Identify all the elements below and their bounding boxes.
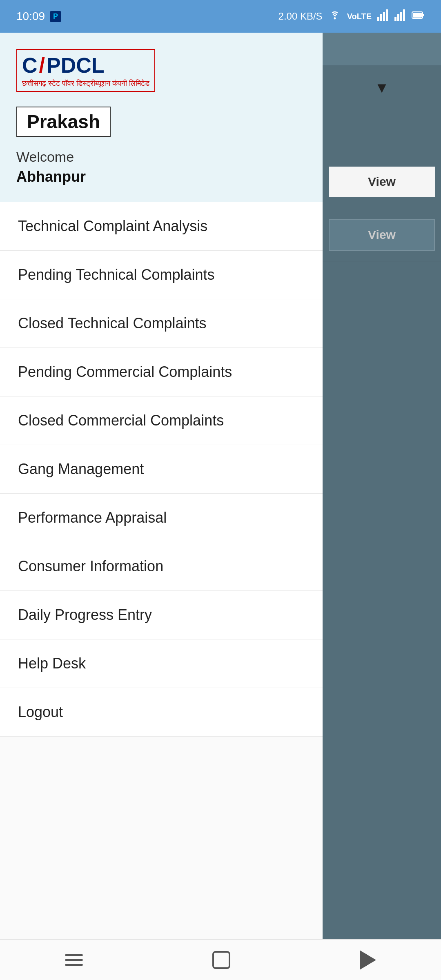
logo-pdcl: PDCL xyxy=(47,53,105,78)
menu-list: Technical Complaint Analysis Pending Tec… xyxy=(0,202,323,939)
right-panel: ▼ View View xyxy=(323,33,441,939)
hamburger-icon xyxy=(65,954,83,966)
svg-rect-10 xyxy=(423,14,424,16)
drawer-header: C / PDCL छत्तीसगढ़ स्टेट पॉवर डिस्ट्रीब्… xyxy=(0,33,323,202)
signal-icon-1 xyxy=(377,9,389,23)
home-nav[interactable] xyxy=(212,951,230,969)
logo-slash: / xyxy=(39,53,45,78)
battery-icon xyxy=(412,11,425,22)
signal-icon-2 xyxy=(394,9,406,23)
logo-container: C / PDCL छत्तीसगढ़ स्टेट पॉवर डिस्ट्रीब्… xyxy=(16,49,155,92)
menu-item-consumer-information[interactable]: Consumer Information xyxy=(0,542,323,591)
svg-rect-6 xyxy=(397,14,399,21)
menu-item-gang-management[interactable]: Gang Management xyxy=(0,445,323,494)
svg-rect-5 xyxy=(394,17,396,21)
view-button-1[interactable]: View xyxy=(329,167,435,197)
svg-rect-11 xyxy=(413,13,422,18)
bottom-navigation xyxy=(0,939,441,980)
wifi-icon xyxy=(328,9,341,23)
right-section-2 xyxy=(323,110,441,155)
hamburger-menu-nav[interactable] xyxy=(65,954,83,966)
status-bar: 10:09 P 2.00 KB/S VoLTE xyxy=(0,0,441,33)
right-top xyxy=(323,33,441,65)
menu-item-closed-commercial-complaints[interactable]: Closed Commercial Complaints xyxy=(0,396,323,445)
logo-c: C xyxy=(22,53,38,78)
network-speed: 2.00 KB/S xyxy=(278,11,323,22)
svg-rect-7 xyxy=(400,12,402,21)
user-name: Prakash xyxy=(27,111,100,132)
user-box: Prakash xyxy=(16,107,111,137)
status-bar-right: 2.00 KB/S VoLTE xyxy=(278,9,425,23)
welcome-label: Welcome xyxy=(16,149,306,165)
main-layout: C / PDCL छत्तीसगढ़ स्टेट पॉवर डिस्ट्रीब्… xyxy=(0,33,441,939)
home-icon xyxy=(212,951,230,969)
svg-rect-1 xyxy=(377,17,379,21)
menu-item-performance-appraisal[interactable]: Performance Appraisal xyxy=(0,494,323,542)
menu-item-pending-technical-complaints[interactable]: Pending Technical Complaints xyxy=(0,251,323,299)
paytm-badge: P xyxy=(50,11,61,22)
right-section-view-2: View xyxy=(323,208,441,261)
svg-rect-3 xyxy=(383,12,385,21)
logo-subtitle: छत्तीसगढ़ स्टेट पॉवर डिस्ट्रीब्यूशन कंपन… xyxy=(22,79,149,88)
svg-point-0 xyxy=(334,18,336,20)
back-icon xyxy=(360,950,376,970)
svg-rect-8 xyxy=(403,9,405,21)
location-name: Abhanpur xyxy=(16,168,306,185)
view-button-2[interactable]: View xyxy=(329,219,435,251)
menu-item-closed-technical-complaints[interactable]: Closed Technical Complaints xyxy=(0,299,323,348)
menu-item-help-desk[interactable]: Help Desk xyxy=(0,639,323,688)
right-section-1: ▼ xyxy=(323,65,441,110)
menu-item-technical-complaint-analysis[interactable]: Technical Complaint Analysis xyxy=(0,202,323,251)
dropdown-arrow-icon: ▼ xyxy=(374,79,389,96)
navigation-drawer: C / PDCL छत्तीसगढ़ स्टेट पॉवर डिस्ट्रीब्… xyxy=(0,33,323,939)
status-time: 10:09 xyxy=(16,10,45,23)
svg-rect-2 xyxy=(380,14,382,21)
svg-rect-4 xyxy=(386,9,388,21)
right-section-view-1: View xyxy=(323,155,441,208)
volte-icon: VoLTE xyxy=(347,12,372,21)
logo-text: C / PDCL xyxy=(22,53,149,78)
back-nav[interactable] xyxy=(360,950,376,970)
status-bar-left: 10:09 P xyxy=(16,10,61,23)
menu-item-pending-commercial-complaints[interactable]: Pending Commercial Complaints xyxy=(0,348,323,396)
menu-item-logout[interactable]: Logout xyxy=(0,688,323,737)
right-panel-content: ▼ View View xyxy=(323,33,441,939)
menu-item-daily-progress-entry[interactable]: Daily Progress Entry xyxy=(0,591,323,639)
